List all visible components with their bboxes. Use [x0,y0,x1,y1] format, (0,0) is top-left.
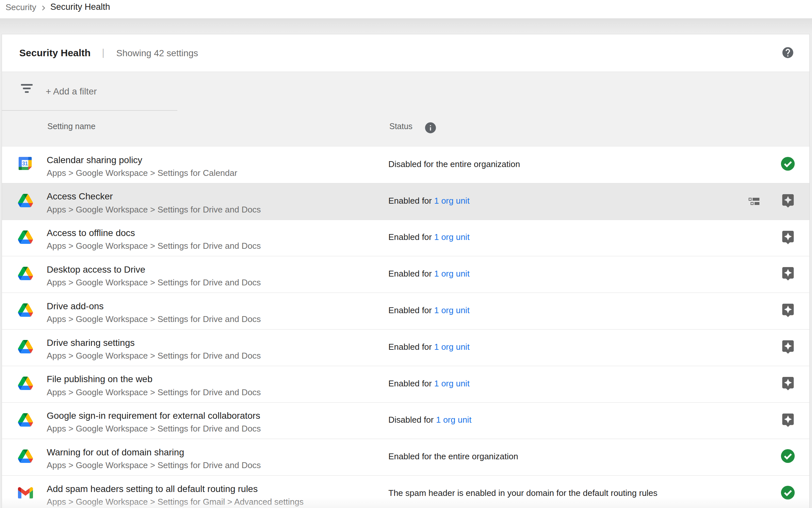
svg-text:31: 31 [22,161,28,166]
